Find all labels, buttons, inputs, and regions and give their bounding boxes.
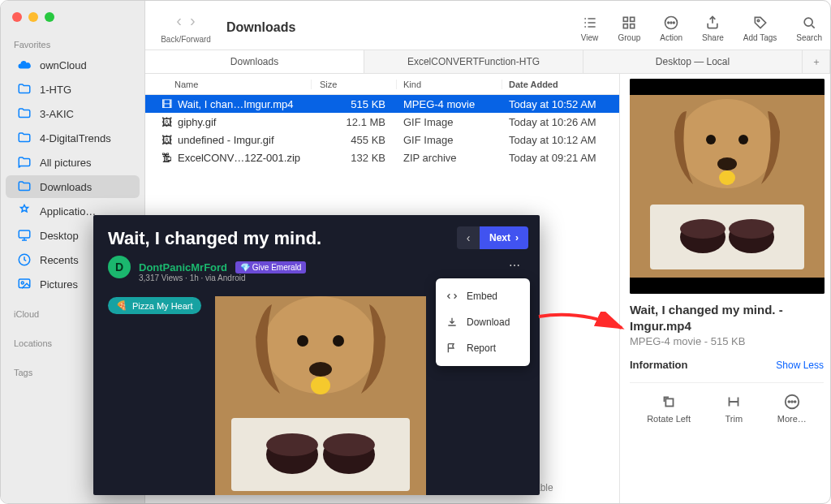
file-row[interactable]: 🗜ExcelCONV…12Z-001.zip 132 KB ZIP archiv… [145, 149, 619, 166]
prev-post-button[interactable]: ‹ [457, 226, 480, 249]
rotate-icon [660, 393, 678, 411]
back-button[interactable]: ‹ [176, 11, 182, 30]
action-tool[interactable]: Action [660, 14, 682, 42]
sidebar-item-3akic[interactable]: 3-AKIC [6, 102, 140, 125]
dog-preview-image [630, 79, 825, 294]
new-tab-button[interactable]: ＋ [803, 50, 830, 73]
imgur-media[interactable] [215, 296, 426, 495]
more-button[interactable]: More… [777, 393, 807, 424]
svg-point-38 [297, 335, 308, 347]
svg-point-36 [323, 433, 375, 456]
preview-thumbnail[interactable] [630, 79, 825, 294]
give-emerald-badge[interactable]: 💎 Give Emerald [235, 261, 306, 274]
folder-icon [17, 106, 32, 121]
file-row[interactable]: 🖼undefined - Imgur.gif 455 KB GIF Image … [145, 131, 619, 149]
preview-pane: Wait, I changed my mind. - Imgur.mp4 MPE… [619, 74, 830, 503]
tab-excelconvert[interactable]: ExcelCONVERTFunction-HTG [364, 50, 583, 73]
svg-point-23 [738, 135, 748, 144]
column-name[interactable]: Name [145, 80, 312, 89]
report-menuitem[interactable]: Report [436, 335, 530, 361]
addtags-tool[interactable]: Add Tags [743, 14, 777, 42]
sidebar-item-label: ownCloud [40, 59, 87, 71]
svg-point-10 [668, 22, 670, 24]
next-post-button[interactable]: Next › [480, 226, 528, 249]
column-headers[interactable]: Name Size Kind Date Added [145, 74, 619, 95]
svg-rect-0 [19, 230, 30, 238]
svg-rect-26 [665, 398, 673, 406]
column-size[interactable]: Size [312, 80, 397, 89]
svg-point-9 [670, 22, 672, 24]
svg-point-11 [674, 22, 675, 24]
svg-point-24 [717, 157, 737, 170]
sidebar-item-label: Desktop [40, 230, 79, 242]
tab-downloads[interactable]: Downloads [145, 50, 364, 73]
column-date[interactable]: Date Added [502, 80, 619, 89]
share-tool[interactable]: Share [702, 14, 724, 42]
preview-subtitle: MPEG-4 movie - 515 KB [630, 335, 824, 347]
show-less-link[interactable]: Show Less [776, 360, 824, 371]
download-icon [446, 316, 459, 329]
preview-info-row: Information Show Less [630, 359, 824, 371]
sidebar-item-4digitaltrends[interactable]: 4-DigitalTrends [6, 127, 140, 149]
sidebar-item-downloads[interactable]: Downloads [6, 175, 140, 198]
folder-icon [17, 155, 32, 170]
search-icon [800, 14, 818, 32]
svg-point-3 [21, 282, 24, 284]
svg-point-39 [333, 335, 344, 347]
svg-point-25 [719, 170, 735, 185]
tab-desktop-local[interactable]: Desktop — Local [583, 50, 803, 73]
sidebar-item-1htg[interactable]: 1-HTG [6, 78, 140, 101]
search-tool[interactable]: Search [796, 14, 822, 42]
file-row[interactable]: 🖼giphy.gif 12.1 MB GIF Image Today at 10… [145, 113, 619, 131]
svg-rect-16 [650, 205, 804, 269]
gif-file-icon: 🖼 [160, 115, 173, 128]
video-file-icon: 🎞 [160, 97, 173, 110]
close-window-button[interactable] [12, 12, 22, 22]
more-icon [783, 393, 801, 411]
sidebar-item-label: Applicatio… [40, 205, 96, 218]
window-controls [1, 7, 144, 35]
grid-icon [620, 14, 638, 32]
folder-icon [17, 131, 32, 145]
svg-point-28 [788, 401, 790, 403]
embed-icon [446, 290, 459, 303]
sidebar-section-favorites: Favorites [1, 35, 144, 53]
sidebar-item-allpictures[interactable]: All pictures [6, 151, 140, 174]
sidebar-item-owncloud[interactable]: ownCloud [6, 54, 140, 76]
svg-point-29 [791, 401, 793, 403]
download-menuitem[interactable]: Download [436, 309, 530, 335]
imgur-window: Wait, I changed my mind. D DontPanicMrFo… [93, 215, 540, 495]
trim-button[interactable]: Trim [725, 393, 743, 424]
sidebar-item-label: 3-AKIC [40, 108, 74, 120]
embed-menuitem[interactable]: Embed [436, 283, 530, 309]
user-avatar[interactable]: D [108, 256, 131, 278]
report-icon [446, 342, 459, 355]
svg-point-30 [794, 401, 796, 403]
svg-rect-5 [631, 17, 635, 21]
svg-rect-7 [631, 24, 635, 28]
group-tool[interactable]: Group [618, 14, 641, 42]
svg-point-12 [757, 19, 760, 22]
clock-icon [17, 252, 32, 267]
info-label: Information [630, 359, 688, 371]
minimize-window-button[interactable] [28, 12, 38, 22]
share-menu: Embed Download Report [436, 278, 530, 366]
back-forward-label: Back/Forward [161, 35, 211, 44]
sidebar-item-label: Downloads [40, 181, 92, 193]
rotate-left-button[interactable]: Rotate Left [647, 393, 691, 424]
preview-actions: Rotate Left Trim More… [630, 382, 824, 424]
tag-icon [751, 14, 769, 32]
svg-rect-6 [624, 24, 628, 28]
view-tool[interactable]: View [581, 14, 599, 42]
sidebar-item-label: 4-DigitalTrends [40, 132, 111, 144]
svg-point-19 [680, 219, 726, 239]
zip-file-icon: 🗜 [160, 151, 173, 164]
username-link[interactable]: DontPanicMrFord [139, 261, 227, 274]
forward-button[interactable]: › [190, 11, 196, 30]
tag-pill[interactable]: 🍕 Pizza My Heart [108, 297, 201, 314]
column-kind[interactable]: Kind [397, 80, 502, 89]
file-row[interactable]: 🎞Wait, I chan…Imgur.mp4 515 KB MPEG-4 mo… [145, 95, 619, 113]
trim-icon [725, 393, 743, 411]
post-options-icon[interactable]: ⋯ [509, 259, 522, 272]
zoom-window-button[interactable] [45, 12, 54, 22]
